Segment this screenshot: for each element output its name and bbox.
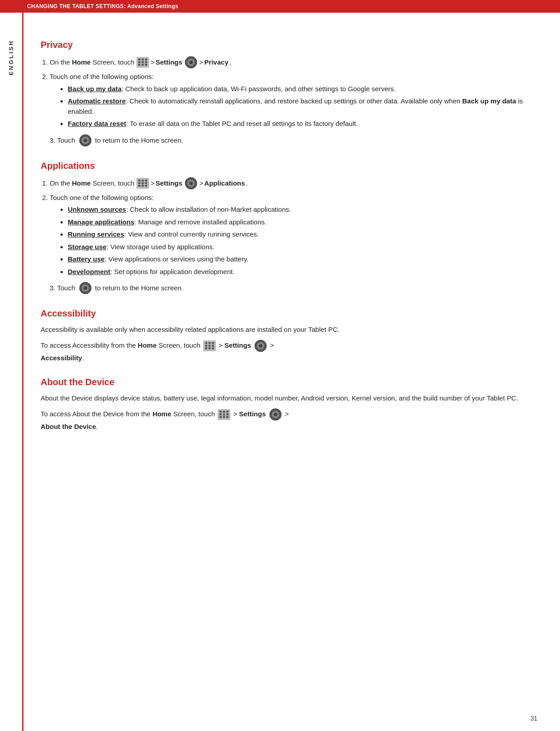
svg-rect-80 — [219, 416, 222, 418]
privacy-step3-suffix: to return to the Home screen. — [95, 135, 183, 146]
step1-privacy-bold: Privacy — [204, 57, 228, 68]
svg-rect-8 — [145, 64, 147, 65]
svg-rect-86 — [275, 409, 276, 410]
home-icon-2 — [79, 281, 92, 295]
svg-rect-58 — [208, 345, 210, 347]
svg-rect-76 — [226, 410, 229, 412]
svg-rect-41 — [185, 182, 187, 184]
apps-grid-icon-2 — [136, 178, 149, 189]
svg-point-65 — [259, 344, 262, 348]
svg-rect-32 — [145, 182, 147, 184]
applications-section: Applications On the Home Screen, touch — [41, 161, 524, 295]
privacy-step1-line: On the Home Screen, touch > Se — [50, 56, 524, 69]
svg-rect-1 — [141, 59, 144, 61]
about-device-section: About the Device About the Device displa… — [41, 377, 524, 432]
applications-step-2: Touch one of the following options: Unkn… — [50, 193, 524, 277]
svg-rect-74 — [219, 410, 222, 412]
svg-rect-25 — [79, 140, 81, 141]
privacy-step-2: Touch one of the following options: Back… — [50, 72, 524, 129]
top-red-accent — [0, 0, 23, 13]
privacy-bullet-list: Back up my data: Check to back up applic… — [68, 84, 524, 129]
applications-step-3: 3. Touch to return to the Home screen. — [50, 281, 524, 295]
applications-touch-label: Touch — [57, 283, 75, 293]
svg-rect-89 — [280, 414, 281, 415]
applications-heading: Applications — [41, 161, 524, 171]
svg-rect-6 — [138, 64, 140, 65]
svg-rect-23 — [84, 135, 86, 136]
svg-rect-67 — [260, 350, 261, 352]
privacy-heading: Privacy — [41, 40, 524, 50]
svg-rect-40 — [190, 187, 191, 189]
applications-step1-line: On the Home Screen, touch > Settings — [50, 177, 524, 190]
step1-settings-bold: Settings — [155, 57, 182, 68]
privacy-bullet-factory: Factory data reset: To erase all data on… — [68, 119, 524, 129]
svg-rect-77 — [219, 413, 222, 415]
svg-rect-82 — [226, 416, 229, 418]
about-device-para2: To access About the Device from the Home… — [41, 408, 524, 432]
privacy-bullet-restore: Automatic restore: Check to automaticall… — [68, 96, 524, 116]
svg-rect-33 — [138, 185, 140, 186]
svg-rect-51 — [84, 292, 86, 294]
svg-rect-42 — [195, 182, 197, 184]
settings-gear-icon-3 — [254, 339, 267, 353]
svg-rect-26 — [89, 140, 91, 141]
svg-rect-55 — [208, 342, 210, 344]
svg-rect-53 — [89, 288, 91, 289]
step1-arrow2: > — [200, 57, 204, 68]
about-device-para1: About the Device displays device status,… — [41, 393, 524, 403]
sidebar-language-label: ENGLISH — [8, 40, 14, 75]
svg-rect-39 — [190, 177, 191, 179]
settings-gear-icon-4 — [269, 408, 282, 421]
settings-gear-icon-1 — [184, 56, 198, 69]
svg-rect-75 — [223, 410, 225, 412]
privacy-steps: On the Home Screen, touch > Se — [50, 56, 524, 129]
svg-rect-35 — [145, 185, 147, 186]
svg-rect-34 — [141, 185, 144, 186]
svg-rect-59 — [212, 345, 214, 347]
accessibility-section: Accessibility Accessibility is available… — [41, 308, 524, 363]
svg-rect-79 — [226, 413, 229, 415]
privacy-touch-label: Touch — [57, 135, 75, 146]
svg-rect-60 — [205, 348, 207, 349]
svg-rect-27 — [138, 179, 140, 181]
header-title: CHANGING THE TABLET SETTINGS: Advanced S… — [27, 3, 178, 9]
svg-rect-69 — [265, 345, 266, 347]
svg-rect-31 — [141, 182, 144, 184]
apps-grid-icon — [136, 57, 149, 68]
svg-rect-68 — [255, 345, 257, 347]
svg-rect-54 — [205, 342, 207, 344]
svg-rect-15 — [195, 62, 197, 63]
app-step1-prefix: On the Home Screen, touch — [50, 178, 135, 189]
svg-rect-2 — [145, 59, 147, 61]
app-bullet-battery: Battery use: View applications or servic… — [68, 254, 524, 265]
svg-point-22 — [84, 139, 87, 142]
svg-rect-62 — [212, 348, 214, 349]
privacy-step-1: On the Home Screen, touch > Se — [50, 56, 524, 69]
svg-rect-5 — [145, 61, 147, 63]
svg-rect-14 — [185, 62, 187, 63]
accessibility-para1: Accessibility is available only when acc… — [41, 324, 524, 335]
privacy-bullet-backup: Back up my data: Check to back up applic… — [68, 84, 524, 94]
svg-rect-66 — [260, 340, 261, 342]
applications-steps: On the Home Screen, touch > Settings — [50, 177, 524, 277]
svg-point-38 — [189, 182, 193, 185]
privacy-section: Privacy On the Home Screen, touch — [41, 40, 524, 147]
svg-rect-88 — [270, 414, 271, 415]
svg-rect-81 — [223, 416, 225, 418]
svg-rect-13 — [190, 66, 191, 68]
svg-rect-4 — [141, 61, 144, 63]
apps-grid-icon-4 — [218, 409, 230, 420]
step1-prefix: On the Home Screen, touch — [50, 57, 135, 68]
svg-point-11 — [189, 61, 193, 64]
svg-point-49 — [84, 286, 87, 290]
main-content: Privacy On the Home Screen, touch — [27, 13, 546, 463]
applications-bullet-list: Unknown sources: Check to allow installa… — [68, 205, 524, 277]
svg-rect-30 — [138, 182, 140, 184]
home-icon-1 — [79, 134, 92, 147]
applications-step-1: On the Home Screen, touch > Settings — [50, 177, 524, 190]
app-bullet-manage: Manage applications: Manage and remove i… — [68, 217, 524, 228]
svg-rect-52 — [79, 288, 81, 289]
svg-rect-50 — [84, 282, 86, 284]
svg-rect-29 — [145, 179, 147, 181]
app-bullet-storage: Storage use: View storage used by applic… — [68, 242, 524, 252]
